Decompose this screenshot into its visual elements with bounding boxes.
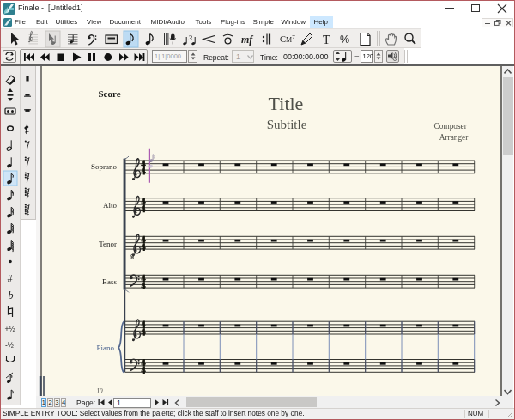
- svg-text:Piano: Piano: [96, 344, 114, 352]
- svg-text:10: 10: [97, 388, 104, 395]
- svg-text:#: #: [8, 272, 13, 284]
- svg-text:Composer: Composer: [434, 122, 468, 131]
- svg-text:+½: +½: [5, 325, 15, 333]
- svg-text:Subtitle: Subtitle: [267, 118, 307, 131]
- svg-text:Tenor: Tenor: [99, 240, 117, 248]
- svg-text:T: T: [323, 33, 330, 46]
- svg-text:CM7: CM7: [280, 33, 295, 44]
- svg-text:Arranger: Arranger: [439, 133, 469, 142]
- svg-text:b: b: [9, 289, 14, 301]
- svg-text:%: %: [340, 33, 349, 46]
- svg-text:Score: Score: [99, 88, 121, 99]
- svg-text:-½: -½: [5, 341, 14, 350]
- svg-text:mf: mf: [241, 33, 253, 46]
- svg-text:Alto: Alto: [103, 201, 118, 210]
- svg-text:Title: Title: [269, 93, 304, 114]
- svg-text:Soprano: Soprano: [91, 162, 117, 171]
- svg-text:Bass: Bass: [102, 277, 118, 286]
- svg-text:3: 3: [188, 33, 193, 42]
